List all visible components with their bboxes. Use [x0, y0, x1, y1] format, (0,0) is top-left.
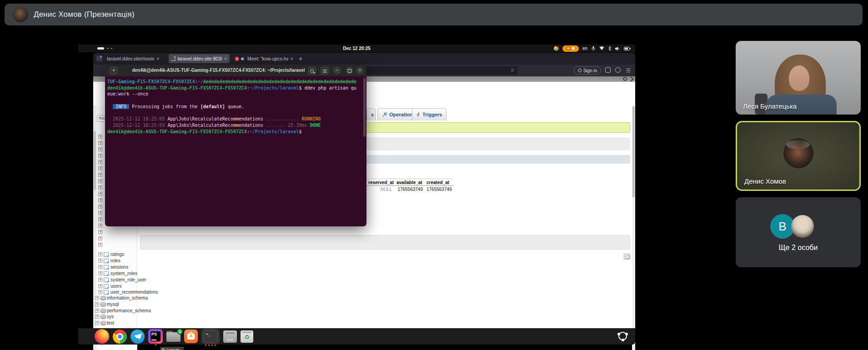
tab-audio-icon[interactable] — [241, 57, 245, 61]
tree-expander-icon[interactable] — [95, 309, 99, 313]
tree-expander-icon[interactable] — [98, 290, 102, 294]
tree-expander-icon[interactable] — [98, 173, 102, 177]
tree-expander-icon[interactable] — [98, 230, 102, 234]
chrome-dock-icon[interactable] — [113, 330, 127, 344]
trash-dock-icon[interactable]: ♻ — [241, 330, 253, 343]
tree-expander-icon[interactable] — [95, 315, 99, 319]
sidebar-item-sys[interactable]: sys — [93, 314, 137, 320]
participant-name: Денис Хомов — [744, 177, 786, 185]
collapse-icon[interactable] — [628, 76, 633, 81]
sidebar-item-ratings[interactable]: ratings — [93, 252, 137, 258]
tree-expander-icon[interactable] — [98, 147, 102, 151]
tree-expander-icon[interactable] — [98, 265, 102, 269]
sidebar-item-mysql[interactable]: mysql — [93, 302, 137, 308]
keyboard-layout: en — [582, 46, 587, 51]
tree-expander-icon[interactable] — [98, 217, 102, 221]
sidebar-item-users[interactable]: users — [93, 284, 137, 290]
bookmark-star-icon[interactable]: ☆ — [510, 67, 515, 73]
tree-expander-icon[interactable] — [98, 259, 102, 263]
tree-expander-icon[interactable] — [98, 278, 102, 282]
tree-expander-icon[interactable] — [98, 192, 102, 196]
system-tray[interactable]: en — [554, 45, 631, 52]
close-icon[interactable]: × — [291, 56, 293, 61]
sidebar-item-user-recommendations[interactable]: user_recommendations — [93, 290, 137, 295]
search-icon[interactable] — [308, 67, 316, 75]
tree-expander-icon[interactable] — [95, 302, 99, 306]
sidebar-item-system-role-user[interactable]: system_role_user — [93, 277, 137, 283]
tab-meet[interactable]: Meet: "kvw-upcs-haa" × — [232, 54, 296, 63]
participant-tile-denys[interactable]: Денис Хомов — [736, 121, 861, 191]
running-dot-icon — [211, 345, 213, 346]
hamburger-menu-icon[interactable] — [321, 67, 329, 75]
tree-expander-icon[interactable] — [98, 166, 102, 170]
dock: PS 1 A >_ SSD ♻ — [78, 328, 635, 345]
close-icon[interactable]: × — [224, 56, 227, 61]
edit-panel-icon[interactable] — [624, 254, 630, 260]
terminal-output[interactable]: TUF-Gaming-F15-FX507ZC4-FX507ZC4:~/deded… — [105, 76, 366, 226]
new-terminal-tab-button[interactable] — [110, 67, 118, 75]
phpstorm-dock-icon[interactable]: PS — [148, 329, 163, 344]
tree-expander-icon[interactable] — [98, 135, 102, 139]
files-dock-icon[interactable]: 1 — [166, 330, 181, 343]
sidebar-item-roles[interactable]: roles — [93, 258, 137, 264]
sidebar-item-performance-schema[interactable]: performance_schema — [93, 308, 137, 314]
participant-tile-lesia[interactable]: Леся Булатецька — [736, 41, 861, 115]
software-store-dock-icon[interactable]: A — [184, 330, 198, 343]
clock[interactable]: Dec 12 20:25 — [78, 46, 635, 51]
table-icon — [104, 284, 109, 289]
firefox-view-icon[interactable] — [96, 55, 102, 61]
tree-expander-icon[interactable] — [98, 154, 102, 158]
page-scrollbar[interactable] — [632, 105, 635, 350]
tree-expander-icon[interactable] — [98, 211, 102, 215]
signin-button[interactable]: Sign in — [574, 66, 601, 75]
tree-expander-icon[interactable] — [95, 321, 99, 325]
maximize-button[interactable] — [346, 67, 353, 75]
sidebar-item-test[interactable]: test — [93, 320, 137, 326]
new-tab-button[interactable]: + — [299, 55, 302, 62]
telegram-dock-icon[interactable] — [130, 330, 145, 344]
tree-expander-icon[interactable] — [95, 296, 99, 300]
bluetooth-icon — [608, 46, 612, 51]
tree-expander-icon[interactable] — [98, 284, 102, 288]
participant-tile-others[interactable]: B Ще 2 особи — [736, 197, 861, 267]
extensions-icon[interactable] — [605, 67, 611, 74]
terminal-title: den4ik@den4ik-ASUS-TUF-Gaming-F15-FX507Z… — [130, 68, 306, 73]
avatar — [791, 215, 814, 238]
table-icon — [104, 265, 109, 270]
terminal-dock-icon[interactable]: >_ — [201, 329, 220, 344]
tree-expander-icon[interactable] — [98, 179, 102, 183]
sidebar-item-sessions[interactable]: sessions — [93, 265, 137, 270]
sidebar-item-information-schema[interactable]: information_schema — [93, 295, 137, 301]
database-icon — [100, 302, 106, 307]
tab-laravel-movies[interactable]: laravel.ddev.site/movies/29 × — [104, 54, 167, 63]
tree-expander-icon[interactable] — [98, 160, 102, 164]
tree-expander-icon[interactable] — [98, 236, 102, 240]
settings-gear-icon[interactable] — [623, 77, 627, 81]
ssd-drive-dock-icon[interactable]: SSD — [223, 330, 237, 343]
pma-tab-triggers[interactable]: Triggers — [412, 108, 447, 120]
console-toggle[interactable]: Console — [160, 347, 184, 350]
tree-expander-icon[interactable] — [98, 141, 102, 145]
account-icon[interactable] — [615, 67, 621, 74]
firefox-dock-icon[interactable] — [95, 329, 109, 344]
tree-expander-icon[interactable] — [98, 198, 102, 202]
sidebar-item-system-roles[interactable]: system_roles — [93, 271, 137, 277]
menu-icon[interactable]: ☰ — [625, 67, 632, 74]
terminal-window: den4ik@den4ik-ASUS-TUF-Gaming-F15-FX507Z… — [105, 65, 366, 226]
minimize-button[interactable]: − — [333, 67, 341, 75]
tab-phpmyadmin[interactable]: laravel.ddev.site:8036 / d × — [169, 54, 230, 63]
table-icon — [104, 252, 109, 257]
tree-expander-icon[interactable] — [98, 252, 102, 256]
tree-expander-icon[interactable] — [98, 224, 102, 228]
close-button[interactable]: × — [356, 67, 364, 75]
pma-tab-partial[interactable]: s — [366, 108, 376, 120]
tree-expander-icon[interactable] — [98, 205, 102, 209]
terminal-scrollbar[interactable] — [363, 78, 366, 137]
ubuntu-logo-icon[interactable] — [617, 331, 628, 341]
terminal-titlebar[interactable]: den4ik@den4ik-ASUS-TUF-Gaming-F15-FX507Z… — [105, 65, 366, 76]
tree-expander-icon[interactable] — [98, 243, 102, 247]
tree-expander-icon[interactable] — [98, 185, 102, 190]
database-icon — [100, 296, 106, 300]
tree-expander-icon[interactable] — [98, 271, 102, 275]
close-icon[interactable]: × — [156, 56, 159, 61]
